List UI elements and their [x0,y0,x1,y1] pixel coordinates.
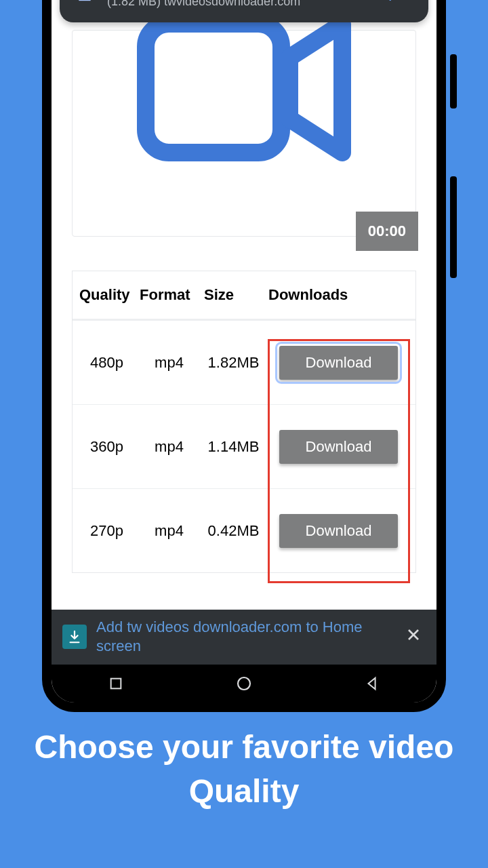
nav-back-icon[interactable] [362,673,382,694]
notification-subtitle: (1.82 MB) twvideosdownloader.com [107,0,365,9]
check-icon [75,0,95,1]
download-notification[interactable]: File downloaded (1.82 MB) twvideosdownlo… [60,0,428,22]
video-camera-icon [132,10,356,169]
notification-text: File downloaded (1.82 MB) twvideosdownlo… [107,0,365,9]
video-timestamp: 00:00 [356,212,418,251]
nav-recent-icon[interactable] [106,673,126,694]
header-format: Format [137,271,201,319]
cell-quality: 270p [73,507,137,555]
download-button[interactable]: Download [279,514,398,548]
add-to-home-banner[interactable]: Add tw videos downloader.com to Home scr… [52,610,436,665]
header-downloads: Downloads [266,275,415,315]
cell-format: mp4 [137,339,201,387]
table-header-row: Quality Format Size Downloads [73,271,415,320]
video-preview[interactable]: 00:00 [72,30,416,237]
cell-size: 1.82MB [201,339,266,387]
promo-caption: Choose your favorite video Quality [0,726,488,814]
phone-side-button-2 [450,176,457,278]
app-arrow-down-icon [62,625,87,649]
svg-point-5 [238,677,250,690]
cell-format: mp4 [137,507,201,555]
cell-quality: 480p [73,339,137,387]
cell-size: 0.42MB [201,507,266,555]
svg-rect-4 [110,679,121,689]
phone-side-button-1 [450,54,457,108]
phone-frame: File downloaded (1.82 MB) twvideosdownlo… [42,0,446,712]
open-button[interactable]: Open [377,0,413,1]
download-button[interactable]: Download [279,430,398,464]
download-button[interactable]: Download [279,346,398,380]
svg-rect-1 [146,24,281,153]
page-content: 00:00 Quality Format Size Downloads 480p… [52,0,436,703]
header-size: Size [201,271,266,319]
cell-size: 1.14MB [201,423,266,471]
add-to-home-message: Add tw videos downloader.com to Home scr… [96,618,392,656]
quality-table: Quality Format Size Downloads 480p mp4 1… [72,271,416,573]
nav-home-icon[interactable] [234,673,254,694]
close-icon[interactable] [401,623,426,650]
android-navbar [52,665,436,703]
table-row: 480p mp4 1.82MB Download [73,320,415,404]
table-row: 270p mp4 0.42MB Download [73,488,415,572]
header-quality: Quality [73,271,137,319]
cell-format: mp4 [137,423,201,471]
cell-quality: 360p [73,423,137,471]
table-row: 360p mp4 1.14MB Download [73,404,415,488]
